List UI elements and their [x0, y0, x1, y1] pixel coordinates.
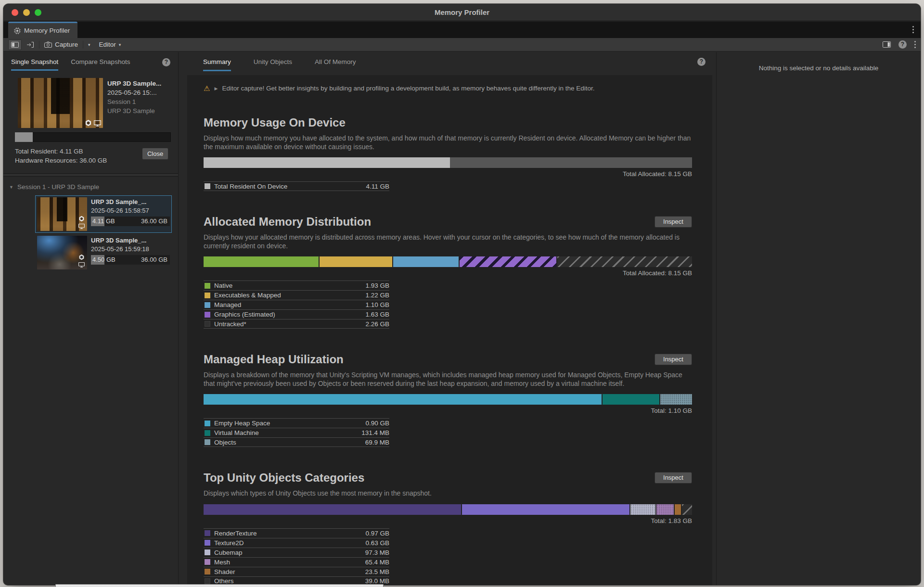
snapshot-size: 4.11 GB: [91, 217, 115, 225]
toolbar-overflow-menu-icon[interactable]: [914, 44, 916, 45]
section-header: Memory Usage On Device: [204, 116, 692, 129]
toggle-sidebar-button[interactable]: [8, 39, 22, 50]
legend-row[interactable]: RenderTexture0.97 GB: [204, 528, 389, 538]
legend-label: Shader: [214, 568, 235, 575]
bar-segment-native[interactable]: [204, 256, 319, 267]
bar-segment-empty-heap-space[interactable]: [204, 394, 602, 405]
toolbar: Capture ▾ Editor ▾ ?: [3, 38, 921, 51]
tab-all-of-memory[interactable]: All Of Memory: [315, 58, 356, 71]
legend-swatch: [205, 293, 210, 298]
close-snapshot-button[interactable]: Close: [142, 148, 168, 160]
legend-row[interactable]: Graphics (Estimated)1.63 GB: [204, 309, 389, 319]
session-group-header[interactable]: ▼ Session 1 - URP 3D Sample: [9, 183, 178, 191]
bar-segment-untracked[interactable]: [557, 256, 692, 267]
bar-segment-rendertexture[interactable]: [204, 504, 461, 515]
legend-row[interactable]: Total Resident On Device4.11 GB: [204, 181, 389, 191]
legend-value: 1.93 GB: [365, 282, 389, 289]
section-header: Allocated Memory DistributionInspect: [204, 215, 692, 229]
snapshot-hardware-total: 36.00 GB: [141, 217, 167, 226]
summary-help-icon[interactable]: ?: [697, 58, 706, 66]
capture-target-dropdown[interactable]: Editor ▾: [96, 39, 124, 50]
toolbar-help-icon[interactable]: ?: [898, 40, 907, 49]
open-snapshot-card[interactable]: URP 3D Sample... 2025-05-26 15:... Sessi…: [18, 78, 178, 128]
bar-segment-managed[interactable]: [393, 256, 459, 267]
section-description: Displays how your allocated memory is di…: [204, 233, 692, 250]
details-panel-toggle-icon[interactable]: [883, 41, 891, 48]
section-title: Allocated Memory Distribution: [204, 215, 371, 229]
snapshot-list-item[interactable]: URP 3D Sample_... 2025-05-26 15:58:57 4.…: [35, 195, 172, 233]
legend-row[interactable]: Objects69.9 MB: [204, 437, 389, 447]
legend-swatch: [205, 540, 210, 546]
legend-label: Total Resident On Device: [214, 183, 287, 190]
legend-label: RenderTexture: [214, 530, 257, 537]
bar-segment-cubemap[interactable]: [630, 504, 656, 515]
legend-label: Untracked*: [214, 320, 246, 328]
legend-row[interactable]: Native1.93 GB: [204, 281, 389, 290]
legend-value: 69.9 MB: [365, 439, 389, 446]
legend-value: 97.3 MB: [365, 549, 389, 556]
sidebar-help-icon[interactable]: ?: [162, 58, 170, 66]
inspect-button[interactable]: Inspect: [654, 472, 692, 484]
inspect-button[interactable]: Inspect: [654, 216, 692, 228]
bar-segment-graphics-estimated[interactable]: [460, 256, 556, 267]
legend-row[interactable]: Managed1.10 GB: [204, 300, 389, 309]
details-panel: Nothing is selected or no details availa…: [716, 52, 921, 585]
snapshot-meta: URP 3D Sample... 2025-05-26 15:... Sessi…: [107, 78, 161, 128]
section-legend: Total Resident On Device4.11 GB: [204, 181, 389, 191]
memory-bar: [204, 157, 692, 168]
editor-platform-icon: [94, 120, 101, 127]
tab-compare-snapshots[interactable]: Compare Snapshots: [71, 58, 130, 69]
capture-button[interactable]: Capture: [41, 39, 81, 50]
tabstrip-overflow-menu-icon[interactable]: [912, 29, 914, 30]
tab-single-snapshot[interactable]: Single Snapshot: [11, 58, 58, 71]
legend-label: Empty Heap Space: [214, 420, 270, 427]
section-header: Top Unity Objects CategoriesInspect: [204, 471, 692, 485]
summary-section: Managed Heap UtilizationInspectDisplays …: [204, 353, 692, 447]
warning-icon: ⚠: [204, 85, 210, 92]
bar-segment-others[interactable]: [682, 504, 692, 515]
legend-row[interactable]: Shader23.5 MB: [204, 567, 389, 576]
expander-icon[interactable]: ▶: [214, 86, 218, 91]
sidebar-toggle-icon: [11, 41, 19, 48]
titlebar: Memory Profiler: [3, 4, 921, 21]
legend-row[interactable]: Executables & Mapped1.22 GB: [204, 290, 389, 300]
inspect-button[interactable]: Inspect: [654, 354, 692, 365]
legend-row[interactable]: Texture2D0.63 GB: [204, 538, 389, 548]
legend-row[interactable]: Cubemap97.3 MB: [204, 548, 389, 557]
legend-value: 65.4 MB: [365, 559, 389, 566]
snapshot-meta: URP 3D Sample_... 2025-05-26 15:59:18 4.…: [91, 236, 170, 269]
unity-logo-icon: [78, 254, 85, 260]
legend-label: Native: [214, 282, 232, 289]
legend-swatch: [205, 549, 210, 555]
legend-row[interactable]: Empty Heap Space0.90 GB: [204, 418, 389, 428]
legend-value: 4.11 GB: [366, 183, 389, 190]
tab-unity-objects[interactable]: Unity Objects: [254, 58, 292, 71]
bar-segment-executables-mapped[interactable]: [320, 256, 392, 267]
bar-segment-texture2d[interactable]: [462, 504, 629, 515]
section-legend: Empty Heap Space0.90 GBVirtual Machine13…: [204, 418, 389, 447]
bar-segment-total-resident-on-device[interactable]: [204, 157, 450, 168]
bar-segment-shader[interactable]: [675, 504, 681, 515]
bar-segment-mesh[interactable]: [656, 504, 673, 515]
snapshot-thumbnail: [37, 236, 87, 269]
tab-summary[interactable]: Summary: [203, 58, 231, 71]
import-snapshot-button[interactable]: [24, 39, 37, 50]
section-total-label: Total Allocated: 8.15 GB: [204, 170, 692, 178]
legend-row[interactable]: Untracked*2.26 GB: [204, 319, 389, 329]
legend-row[interactable]: Mesh65.4 MB: [204, 557, 389, 567]
section-title: Memory Usage On Device: [204, 116, 346, 129]
legend-value: 0.63 GB: [365, 539, 389, 547]
editor-tabstrip: Memory Profiler: [3, 22, 921, 38]
snapshot-stats: Total Resident: 4.11 GB Hardware Resourc…: [15, 147, 178, 165]
snapshot-size-row: 4.11 GB 36.00 GB: [91, 217, 170, 226]
capture-options-dropdown[interactable]: ▾: [85, 39, 93, 50]
bar-segment-virtual-machine[interactable]: [603, 394, 659, 405]
tab-memory-profiler[interactable]: Memory Profiler: [8, 22, 77, 38]
snapshot-size: 4.50 GB: [91, 256, 116, 263]
editor-platform-icon: [78, 224, 85, 229]
snapshot-list-item[interactable]: URP 3D Sample_... 2025-05-26 15:59:18 4.…: [35, 234, 172, 271]
bar-segment-allocated-not-resident[interactable]: [450, 157, 692, 168]
bar-segment-objects[interactable]: [660, 394, 692, 405]
resident-memory-fill: [15, 132, 33, 142]
legend-row[interactable]: Virtual Machine131.4 MB: [204, 428, 389, 437]
